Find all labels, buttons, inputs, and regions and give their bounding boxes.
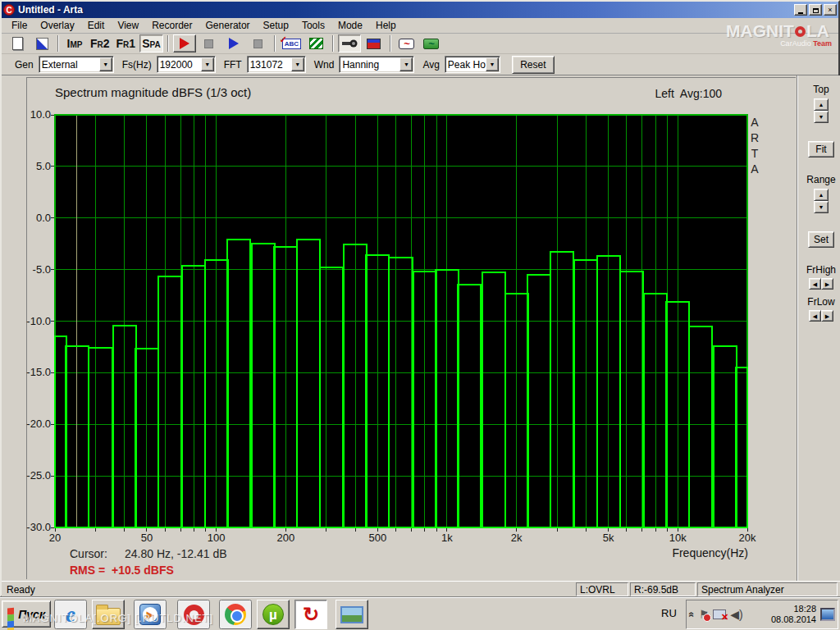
start-button-label: Пуск [18, 608, 45, 621]
opera-icon [184, 605, 204, 625]
chrome-button[interactable] [219, 600, 252, 629]
avg-dropdown-arrow-icon[interactable]: ▼ [486, 57, 499, 71]
play-button[interactable] [222, 34, 245, 52]
frhigh-spinner-right-icon[interactable]: ▶ [821, 278, 833, 290]
x-tick-20: 20 [30, 532, 80, 544]
range-spinner-down-icon[interactable]: ▼ [814, 201, 829, 213]
fr1-mode-button[interactable]: Fr1 [114, 34, 139, 52]
file-explorer-button[interactable] [92, 600, 125, 629]
menu-mode[interactable]: Mode [331, 18, 369, 33]
panel-divider [797, 75, 798, 581]
app-icon: C [3, 4, 15, 16]
cursor-readout: 24.80 Hz, -12.41 dB [125, 547, 227, 560]
frhigh-spinner-left-icon[interactable]: ◀ [809, 278, 821, 290]
rms-readout: RMS = +10.5 dBFS [70, 564, 174, 577]
status-left-channel-level: L:OVRL [576, 582, 628, 596]
wave-generator-button[interactable]: ~ [420, 34, 443, 52]
new-file-icon [12, 37, 23, 50]
windows-logo-icon [7, 607, 15, 621]
record-start-button[interactable] [173, 34, 196, 52]
stop-icon [253, 39, 262, 48]
opera-button[interactable] [177, 600, 210, 629]
fft-dropdown[interactable]: 131072▼ [247, 56, 306, 73]
spa-mode-button[interactable]: Spa [139, 34, 163, 52]
sine-generator-button[interactable]: ~ [395, 34, 418, 52]
show-desktop-icon[interactable] [820, 608, 835, 621]
menu-tools[interactable]: Tools [295, 18, 331, 33]
calibrate-abc-button[interactable]: ABC [280, 34, 304, 52]
frlow-spinner-left-icon[interactable]: ◀ [809, 310, 821, 322]
volume-icon[interactable]: ◀) [730, 608, 742, 621]
fit-button[interactable]: Fit [808, 141, 834, 158]
wnd-value: Hanning [340, 59, 399, 71]
side-panel: Top▲▼FitRange▲▼SetFrHigh◀▶FrLow◀▶ [801, 77, 840, 322]
wnd-dropdown-arrow-icon[interactable]: ▼ [399, 57, 413, 71]
menu-recorder[interactable]: Recorder [145, 18, 199, 33]
gen-dropdown[interactable]: External▼ [39, 56, 114, 73]
y-tick-5.0: 5.0 [2, 160, 51, 172]
top-spinner: ▲▼ [814, 98, 829, 123]
frlow-label: FrLow [807, 296, 834, 308]
fft-dropdown-arrow-icon[interactable]: ▼ [291, 57, 304, 71]
set-button[interactable]: Set [808, 231, 834, 248]
range-spinner-up-icon[interactable]: ▲ [814, 189, 829, 201]
toolbar-separator [274, 35, 276, 52]
image-viewer-button[interactable] [336, 600, 368, 629]
new-file-button[interactable] [6, 34, 29, 52]
probe-button[interactable] [338, 34, 361, 52]
toolbar-separator [57, 35, 59, 52]
start-button[interactable]: Пуск [2, 600, 51, 628]
utorrent-button[interactable]: µ [257, 600, 290, 629]
avg-dropdown[interactable]: Peak Hol▼ [445, 56, 500, 73]
file-explorer-icon [96, 605, 121, 625]
fr2-mode-button[interactable]: Fr2 [88, 34, 112, 52]
gen-label: Gen [15, 59, 34, 71]
overlay-icon [36, 38, 48, 50]
diagonal-scale-button[interactable] [305, 34, 328, 52]
menu-file[interactable]: File [5, 18, 34, 33]
system-tray: « ⚑ ◀) 18:28 08.08.2014 [686, 600, 838, 629]
fs-value: 192000 [158, 59, 201, 71]
media-player-button[interactable]: ▶ [134, 600, 167, 629]
network-disconnected-icon[interactable] [713, 609, 726, 619]
language-indicator[interactable]: RU [661, 607, 677, 619]
restore-button[interactable] [809, 4, 822, 16]
diagonal-scale-icon [309, 38, 323, 49]
menu-help[interactable]: Help [369, 18, 403, 33]
fs-dropdown[interactable]: 192000▼ [157, 56, 216, 73]
spectrum-bars-button[interactable] [363, 34, 386, 52]
reset-button[interactable]: Reset [512, 56, 555, 74]
minimize-button[interactable] [794, 4, 807, 16]
menu-setup[interactable]: Setup [257, 18, 295, 33]
tray-expand-chevron-icon[interactable]: « [686, 612, 697, 618]
menu-bar: FileOverlayEditViewRecorderGeneratorSetu… [2, 18, 838, 34]
y-tick-10.0: 10.0 [2, 108, 51, 121]
gen-dropdown-arrow-icon[interactable]: ▼ [99, 57, 112, 71]
security-alert-icon[interactable]: ⚑ [699, 608, 710, 621]
internet-explorer-button[interactable]: e [54, 600, 87, 629]
record-stop-button[interactable] [198, 34, 221, 52]
y-tick--25.0: -25.0 [2, 469, 51, 482]
frlow-spinner-right-icon[interactable]: ▶ [821, 310, 833, 322]
tray-clock[interactable]: 18:28 08.08.2014 [771, 604, 816, 625]
top-spinner-up-icon[interactable]: ▲ [814, 98, 829, 111]
imp-mode-button[interactable]: Imp [63, 34, 86, 52]
menu-edit[interactable]: Edit [81, 18, 112, 33]
menu-generator[interactable]: Generator [199, 18, 257, 33]
avg-value: Peak Hol [445, 59, 486, 71]
x-tick-200: 200 [261, 532, 310, 544]
wnd-dropdown[interactable]: Hanning▼ [339, 56, 414, 73]
title-bar[interactable]: C Untitled - Arta × [2, 2, 838, 18]
fft-label: FFT [224, 59, 242, 71]
arta-taskbar-button[interactable]: ↻ [294, 600, 327, 629]
fs-dropdown-arrow-icon[interactable]: ▼ [201, 57, 214, 71]
stop-button[interactable] [247, 34, 270, 52]
spectrum-bars-icon [367, 39, 381, 49]
taskbar: Пуск RU « ⚑ ◀) 18:28 08.08.2014 e▶µ↻ [0, 597, 840, 630]
top-spinner-down-icon[interactable]: ▼ [814, 111, 829, 123]
overlay-button[interactable] [30, 34, 53, 52]
top-label: Top [813, 84, 829, 95]
menu-overlay[interactable]: Overlay [34, 18, 80, 33]
close-button[interactable]: × [824, 4, 837, 16]
menu-view[interactable]: View [111, 18, 145, 33]
